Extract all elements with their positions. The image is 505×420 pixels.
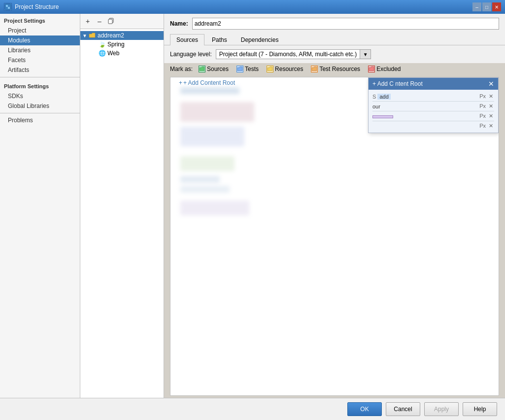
module-tree: ▼ addream2 🍃 Spring <box>80 29 164 398</box>
close-button[interactable]: ✕ <box>492 2 501 11</box>
popup-actions-1: Px ✕ <box>478 93 494 100</box>
resources-badge-label: Resources <box>275 66 303 72</box>
tests-badge-icon <box>236 66 243 72</box>
mark-as-row: Mark as: Sources Tests <box>164 63 505 75</box>
svg-rect-1 <box>6 5 8 7</box>
test-resources-badge-label: Test Resources <box>319 66 360 72</box>
popup-action-close-1[interactable]: ✕ <box>488 93 494 100</box>
tree-arrow-addream2: ▼ <box>82 33 88 38</box>
sources-content: + + Add Content Root + Add C ntent Root … <box>170 77 499 396</box>
tree-item-addream2[interactable]: ▼ addream2 <box>80 31 164 40</box>
tab-paths[interactable]: Paths <box>205 34 234 45</box>
popup-path-1: S add <box>372 94 478 100</box>
popup-title: + Add C ntent Root <box>372 80 423 87</box>
mark-as-label: Mark as: <box>170 66 193 72</box>
name-input[interactable] <box>192 18 499 30</box>
tests-badge-label: Tests <box>245 66 259 72</box>
popup-path-3 <box>372 113 478 119</box>
mark-as-test-resources[interactable]: Test Resources <box>309 65 362 73</box>
language-level-dropdown-btn[interactable]: ▼ <box>360 50 370 59</box>
name-row: Name: <box>164 14 505 34</box>
language-level-select[interactable]: Project default (7 - Diamonds, ARM, mult… <box>216 49 371 59</box>
tab-dependencies[interactable]: Dependencies <box>235 34 285 45</box>
name-label: Name: <box>170 20 188 27</box>
language-level-label: Language level: <box>170 51 212 58</box>
sidebar-item-libraries[interactable]: Libraries <box>0 45 80 55</box>
tree-item-spring[interactable]: 🍃 Spring <box>90 40 164 49</box>
popup-action-px-4[interactable]: Px <box>478 123 487 129</box>
tabs-bar: Sources Paths Dependencies <box>164 34 505 45</box>
tree-label-web: Web <box>107 50 119 57</box>
main-content: Project Settings Project Modules Librari… <box>0 14 505 398</box>
sidebar-item-sdks[interactable]: SDKs <box>0 91 80 101</box>
mark-as-tests[interactable]: Tests <box>235 65 261 73</box>
window-controls: – □ ✕ <box>472 2 501 11</box>
popup-path-highlight-3 <box>372 115 393 118</box>
popup-action-px-2[interactable]: Px <box>478 103 487 109</box>
title-bar: Project Structure – □ ✕ <box>0 0 505 14</box>
excluded-badge-icon <box>368 66 375 72</box>
sidebar: Project Settings Project Modules Librari… <box>0 14 80 398</box>
add-content-root-button[interactable]: + + Add Content Root <box>179 79 235 86</box>
test-resources-badge-icon <box>311 66 318 72</box>
popup-actions-2: Px ✕ <box>478 103 494 109</box>
copy-module-button[interactable] <box>106 16 117 27</box>
mark-as-resources[interactable]: Resources <box>265 65 305 73</box>
popup-actions-4: Px ✕ <box>478 123 494 129</box>
app-icon <box>4 3 12 11</box>
sidebar-item-facets[interactable]: Facets <box>0 55 80 65</box>
module-toolbar: + – <box>80 14 164 29</box>
popup-path-highlight-1: add <box>377 94 390 100</box>
add-module-button[interactable]: + <box>82 16 93 27</box>
bottom-bar: OK Cancel Apply Help <box>0 398 505 420</box>
sidebar-item-project[interactable]: Project <box>0 26 80 35</box>
popup-action-close-3[interactable]: ✕ <box>488 113 494 119</box>
popup-row-1: S add Px ✕ <box>372 92 494 102</box>
popup-action-px-1[interactable]: Px <box>478 93 487 100</box>
web-icon: 🌐 <box>98 50 106 57</box>
folder-icon-addream2 <box>88 32 96 39</box>
plus-icon: + <box>179 79 182 86</box>
project-settings-header: Project Settings <box>0 14 80 26</box>
language-level-value: Project default (7 - Diamonds, ARM, mult… <box>216 50 360 59</box>
popup-row-2: our Px ✕ <box>372 102 494 111</box>
window-title: Project Structure <box>15 3 470 10</box>
popup-label-our: our <box>372 104 380 109</box>
apply-button[interactable]: Apply <box>424 402 459 416</box>
maximize-button[interactable]: □ <box>482 2 491 11</box>
mark-as-excluded[interactable]: Excluded <box>366 65 403 73</box>
minimize-button[interactable]: – <box>472 2 481 11</box>
sources-badge-label: Sources <box>207 66 229 72</box>
popup-header: + Add C ntent Root ✕ <box>369 78 498 90</box>
popup-row-4: Px ✕ <box>372 121 494 131</box>
sidebar-item-modules[interactable]: Modules <box>0 35 80 45</box>
popup-actions-3: Px ✕ <box>478 113 494 119</box>
add-content-root-popup: + Add C ntent Root ✕ S add Px <box>368 77 499 133</box>
popup-row-3: Px ✕ <box>372 111 494 121</box>
ok-button[interactable]: OK <box>347 402 382 416</box>
add-content-root-label: + Add Content Root <box>183 79 235 86</box>
tab-sources[interactable]: Sources <box>170 34 204 45</box>
sources-badge-icon <box>199 66 205 72</box>
sidebar-item-artifacts[interactable]: Artifacts <box>0 65 80 75</box>
popup-close-button[interactable]: ✕ <box>488 80 494 88</box>
cancel-button[interactable]: Cancel <box>386 402 420 416</box>
spring-icon: 🍃 <box>98 41 106 48</box>
tree-item-web[interactable]: 🌐 Web <box>90 49 164 58</box>
mark-as-sources[interactable]: Sources <box>197 65 231 73</box>
svg-rect-2 <box>8 7 10 9</box>
popup-body: S add Px ✕ our <box>369 90 498 133</box>
excluded-badge-label: Excluded <box>376 66 401 72</box>
language-level-row: Language level: Project default (7 - Dia… <box>164 45 505 63</box>
popup-action-px-3[interactable]: Px <box>478 113 487 119</box>
sidebar-item-problems[interactable]: Problems <box>0 115 80 125</box>
svg-rect-4 <box>108 19 112 24</box>
remove-module-button[interactable]: – <box>94 16 105 27</box>
popup-action-close-2[interactable]: ✕ <box>488 103 494 109</box>
sidebar-divider-1 <box>0 77 80 77</box>
sources-tree-area: + + Add Content Root <box>170 77 368 395</box>
sidebar-item-global-libraries[interactable]: Global Libraries <box>0 101 80 111</box>
popup-action-close-4[interactable]: ✕ <box>488 123 494 129</box>
help-button[interactable]: Help <box>463 402 497 416</box>
tree-label-spring: Spring <box>107 41 125 48</box>
